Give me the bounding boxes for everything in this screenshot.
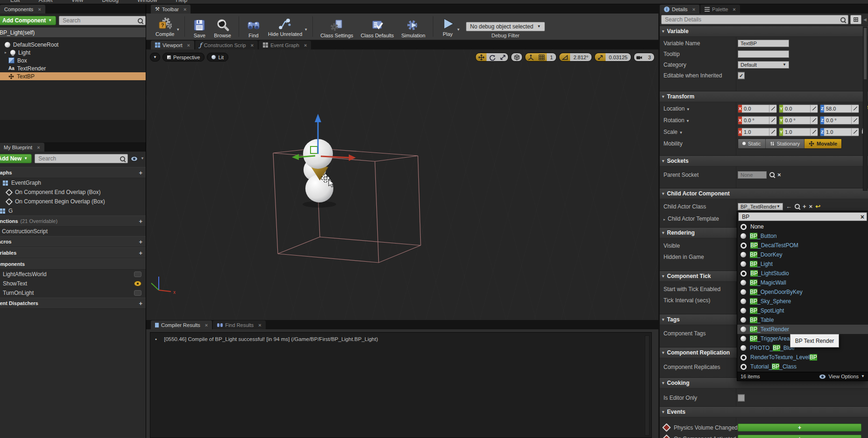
- components-search[interactable]: [59, 16, 146, 25]
- class-option[interactable]: RenderToTexture_LevelBP: [737, 353, 868, 362]
- display-filter-button[interactable]: [850, 15, 861, 24]
- angle-snap-button[interactable]: [559, 53, 570, 61]
- mobility-stationary-button[interactable]: Stationary: [766, 139, 805, 148]
- drag-handle[interactable]: [851, 128, 859, 136]
- clear-search-icon[interactable]: ×: [861, 213, 864, 221]
- chevron-down-icon[interactable]: ▼: [176, 28, 180, 32]
- add-icon[interactable]: +: [139, 300, 142, 307]
- my-blueprint-row[interactable]: ConstructionScript +: [0, 227, 146, 236]
- variable-name-field[interactable]: TextBP: [738, 40, 789, 47]
- class-option[interactable]: BP_Button: [737, 231, 868, 241]
- reset-to-default-icon[interactable]: ↩: [815, 203, 820, 210]
- tree-item-light[interactable]: ▸ Light: [0, 49, 146, 56]
- rotation-x-field[interactable]: 0.0 °: [742, 116, 769, 124]
- my-blueprint-row[interactable]: EventGraph +: [0, 178, 146, 188]
- close-icon[interactable]: ×: [205, 322, 208, 328]
- tab-toolbar[interactable]: ⚒ Toolbar ×: [151, 5, 191, 14]
- editor-only-checkbox[interactable]: [738, 394, 745, 401]
- row-label[interactable]: ▸Child Actor Template: [663, 216, 719, 222]
- lit-button[interactable]: Lit: [207, 53, 228, 62]
- menu-view[interactable]: View: [71, 0, 84, 0]
- class-picker-search-input[interactable]: [741, 213, 859, 221]
- location-y-field[interactable]: 0.0: [783, 104, 810, 112]
- details-search[interactable]: [661, 15, 848, 24]
- chevron-down-icon[interactable]: ▼: [457, 28, 460, 32]
- chevron-down-icon[interactable]: ▼: [141, 157, 144, 160]
- my-blueprint-row[interactable]: Components +: [0, 258, 146, 270]
- menu-help[interactable]: Help: [176, 0, 188, 0]
- child-actor-class-select[interactable]: BP_TextRender ▼: [738, 203, 783, 210]
- tab-construction-script[interactable]: ƒ Construction Scrip ×: [195, 41, 258, 49]
- menu-asset[interactable]: Asset: [39, 0, 53, 0]
- search-icon[interactable]: [795, 204, 800, 209]
- visibility-eye-icon[interactable]: [134, 290, 141, 296]
- class-settings-button[interactable]: Class Settings: [317, 14, 357, 40]
- close-icon[interactable]: ×: [692, 7, 695, 12]
- details-scrollbar[interactable]: [863, 27, 868, 191]
- drag-handle[interactable]: [851, 104, 859, 112]
- tab-viewport[interactable]: Viewport ×: [151, 41, 194, 49]
- add-component-button[interactable]: Add Component ▼: [0, 16, 56, 25]
- move-tool-button[interactable]: [476, 53, 487, 61]
- visibility-eye-icon[interactable]: [134, 281, 141, 286]
- class-option[interactable]: None: [737, 222, 868, 231]
- scale-y-field[interactable]: 1.0: [783, 128, 810, 136]
- grid-snap-value[interactable]: 1: [547, 53, 556, 61]
- search-icon[interactable]: [769, 172, 775, 177]
- tree-item-defaultsceneroot[interactable]: DefaultSceneRoot: [0, 41, 146, 49]
- perspective-button[interactable]: Perspective: [162, 53, 205, 62]
- compile-button[interactable]: ? Compile: [152, 15, 178, 38]
- drag-handle[interactable]: [810, 104, 818, 112]
- my-blueprint-row[interactable]: TurnOnLight +: [0, 288, 146, 298]
- row-label[interactable]: Rotation ▼: [663, 117, 690, 124]
- clear-icon[interactable]: ×: [777, 172, 781, 178]
- add-icon[interactable]: +: [139, 250, 142, 257]
- close-icon[interactable]: ×: [251, 42, 254, 48]
- scale-snap-button[interactable]: [595, 53, 606, 61]
- scale-tool-button[interactable]: [497, 53, 508, 61]
- class-option[interactable]: Tutorial_BP_Class: [737, 362, 868, 371]
- add-icon[interactable]: +: [139, 218, 142, 225]
- close-icon[interactable]: ×: [38, 7, 41, 12]
- components-search-input[interactable]: [62, 17, 136, 24]
- drag-handle[interactable]: [769, 128, 776, 136]
- grid-snap-button[interactable]: [536, 53, 547, 61]
- compiler-log[interactable]: • [0550.46] Compile of BP_Light successf…: [150, 332, 652, 438]
- chevron-down-icon[interactable]: ▼: [304, 28, 308, 32]
- debug-object-select[interactable]: No debug object selected ▼: [466, 22, 545, 31]
- play-button[interactable]: Play: [437, 15, 459, 38]
- my-blueprint-row[interactable]: Graphs +: [0, 167, 146, 178]
- eye-filter-icon[interactable]: [131, 156, 138, 161]
- drag-handle[interactable]: [810, 128, 818, 136]
- tab-details[interactable]: i Details ×: [660, 5, 699, 14]
- scale-snap-value[interactable]: 0.03125: [606, 53, 631, 61]
- browse-to-icon[interactable]: ←: [786, 203, 792, 209]
- section-events[interactable]: ▾ Events: [660, 406, 868, 417]
- my-blueprint-row[interactable]: LightAffectsWorld +: [0, 270, 146, 279]
- class-option[interactable]: BP_DecalTestPOM: [737, 241, 868, 250]
- viewport-options-button[interactable]: ▼: [150, 53, 160, 62]
- angle-snap-value[interactable]: 2.812°: [570, 53, 592, 61]
- tree-item-textbp[interactable]: TextBP: [0, 72, 146, 80]
- add-new-button[interactable]: Add New ▼: [0, 154, 32, 163]
- my-blueprint-row[interactable]: Variables +: [0, 247, 146, 258]
- my-blueprint-row[interactable]: On Component End Overlap (Box) +: [0, 188, 146, 197]
- row-label[interactable]: Location ▼: [663, 105, 690, 112]
- rotate-tool-button[interactable]: [487, 53, 497, 61]
- my-blueprint-row[interactable]: Functions (21 Overridable) +: [0, 216, 146, 227]
- camera-speed-value[interactable]: 3: [645, 53, 654, 61]
- location-x-field[interactable]: 0.0: [742, 104, 769, 112]
- tab-components[interactable]: Components ×: [0, 5, 45, 14]
- close-icon[interactable]: ×: [733, 7, 735, 12]
- section-child-actor-component[interactable]: ▾ Child Actor Component: [660, 188, 868, 199]
- tab-event-graph[interactable]: Event Graph ×: [259, 41, 311, 49]
- drag-handle[interactable]: [810, 116, 818, 124]
- section-sockets[interactable]: ▾ Sockets: [660, 155, 868, 167]
- add-event-button[interactable]: +: [738, 424, 861, 431]
- close-icon[interactable]: ×: [37, 145, 40, 150]
- my-blueprint-search[interactable]: [35, 154, 128, 163]
- mobility-static-button[interactable]: Static: [738, 139, 766, 148]
- my-blueprint-row[interactable]: Event Dispatchers +: [0, 298, 146, 309]
- browse-button[interactable]: Browse: [210, 14, 235, 40]
- add-icon[interactable]: +: [803, 203, 806, 209]
